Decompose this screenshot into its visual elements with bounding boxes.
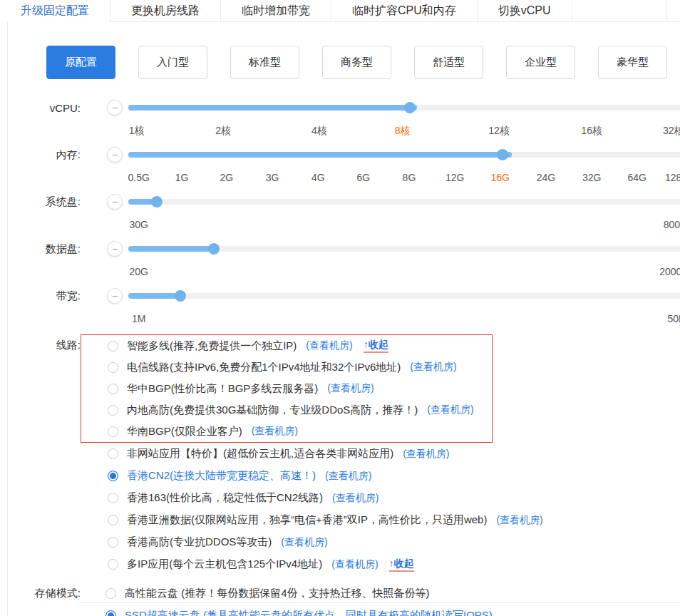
- config-panel: 原配置 入门型 标准型 商务型 舒适型 企业型 豪华型 vCPU: −: [7, 22, 680, 616]
- view-datacenter-link[interactable]: (查看机房): [327, 382, 374, 395]
- radio-unchecked[interactable]: [108, 384, 118, 394]
- minus-icon[interactable]: −: [107, 147, 123, 163]
- preset-business[interactable]: 商务型: [322, 46, 391, 79]
- memory-slider[interactable]: [128, 149, 680, 160]
- preset-button-group: 原配置 入门型 标准型 商务型 舒适型 企业型 豪华型: [46, 46, 680, 79]
- line-option-smart-multiline[interactable]: 智能多线(推荐,免费提供一个独立IP) (查看机房) ↑收起: [108, 335, 492, 356]
- preset-luxury[interactable]: 豪华型: [598, 46, 667, 79]
- radio-unchecked[interactable]: [105, 588, 116, 599]
- radio-unchecked[interactable]: [108, 515, 118, 525]
- storage-option-high-performance[interactable]: 高性能云盘 (推荐！每份数据保留4份，支持热迁移、快照备份等): [105, 582, 680, 605]
- bandwidth-slider-handle[interactable]: [175, 290, 186, 302]
- view-datacenter-link[interactable]: (查看机房): [281, 536, 327, 549]
- minus-icon[interactable]: −: [107, 100, 123, 115]
- tick-label: 1M: [132, 313, 145, 324]
- view-datacenter-link[interactable]: (查看机房): [332, 492, 378, 505]
- minus-icon[interactable]: −: [107, 194, 123, 210]
- line-option-telecom[interactable]: 电信线路(支持IPv6,免费分配1个IPv4地址和32个IPv6地址) (查看机…: [108, 356, 492, 378]
- system-disk-slider-block: 系统盘: − 30G 800G: [32, 190, 680, 237]
- collapse-link[interactable]: ↑收起: [364, 339, 388, 353]
- tick-label: 800G: [664, 219, 680, 230]
- bandwidth-ticks: 1M 50M: [128, 308, 680, 331]
- vcpu-slider-handle[interactable]: [404, 102, 416, 113]
- radio-unchecked[interactable]: [108, 493, 118, 503]
- option-label: 香港163(性价比高，稳定性低于CN2线路): [127, 491, 323, 505]
- tick-label: 3G: [266, 172, 279, 183]
- system-disk-label: 系统盘:: [32, 195, 81, 209]
- tick-label: 128G: [665, 172, 680, 183]
- upgrade-config-page: 升级固定配置 更换机房线路 临时增加带宽 临时扩容CPU和内存 切换vCPU 原…: [0, 0, 680, 616]
- view-datacenter-link[interactable]: (查看机房): [496, 514, 542, 527]
- preset-comfort[interactable]: 舒适型: [414, 46, 483, 79]
- view-datacenter-link[interactable]: (查看机房): [427, 404, 473, 416]
- preset-standard[interactable]: 标准型: [230, 46, 299, 79]
- preset-entry[interactable]: 入门型: [138, 46, 207, 79]
- memory-slider-block: 内存: − 0.5G 1G 2G 3G 4G 6G 8G 12G 1: [32, 143, 680, 190]
- tab-temp-expand-cpu-memory[interactable]: 临时扩容CPU和内存: [331, 0, 478, 21]
- tab-upgrade-fixed-config[interactable]: 升级固定配置: [0, 0, 110, 21]
- radio-unchecked[interactable]: [108, 341, 118, 351]
- tick-label: 12核: [488, 125, 510, 138]
- tick-label: 32G: [582, 172, 601, 183]
- line-option-mainland-highdef[interactable]: 内地高防(免费提供30G基础防御，专业级DDoS高防，推荐！) (查看机房): [108, 399, 492, 421]
- bandwidth-label: 带宽:: [32, 289, 81, 303]
- tab-switch-vcpu[interactable]: 切换vCPU: [478, 0, 572, 21]
- tick-label-selected: 8核: [395, 125, 411, 138]
- bandwidth-slider-block: 带宽: − 1M 50M: [32, 284, 680, 331]
- radio-unchecked[interactable]: [108, 537, 118, 548]
- tab-temp-add-bandwidth[interactable]: 临时增加带宽: [221, 0, 331, 21]
- data-disk-slider[interactable]: [128, 243, 680, 255]
- radio-unchecked[interactable]: [108, 559, 118, 570]
- view-datacenter-link[interactable]: (查看机房): [403, 448, 449, 461]
- radio-unchecked[interactable]: [108, 362, 118, 373]
- line-option-hk-cn2[interactable]: 香港CN2(连接大陆带宽更稳定、高速！) (查看机房): [108, 465, 680, 487]
- vcpu-label: vCPU:: [32, 102, 81, 114]
- preset-original-config[interactable]: 原配置: [46, 46, 115, 79]
- slider-group: vCPU: − 1核 2核 4核 8核 12核 16核 32核: [32, 96, 680, 331]
- option-label-selected: SSD超高速云盘 (兼具高性能云盘的所有优点，同时具有极高的随机读写IOPS): [125, 609, 493, 616]
- radio-unchecked[interactable]: [108, 448, 118, 459]
- storage-mode-label: 存储模式:: [32, 582, 81, 604]
- tick-label: 50M: [668, 313, 680, 324]
- memory-slider-handle[interactable]: [497, 149, 508, 160]
- line-section: 线路: 智能多线(推荐,免费提供一个独立IP) (查看机房) ↑收起 电信线路(…: [32, 334, 680, 575]
- tab-change-datacenter-line[interactable]: 更换机房线路: [110, 0, 221, 21]
- data-disk-slider-handle[interactable]: [208, 243, 220, 255]
- line-option-central-bgp[interactable]: 华中BGP(性价比高！BGP多线云服务器) (查看机房): [108, 378, 492, 399]
- line-option-multi-ip[interactable]: 多IP应用(每个云主机包含125个IPv4地址) (查看机房) ↑收起: [108, 553, 680, 575]
- view-datacenter-link[interactable]: (查看机房): [306, 339, 352, 352]
- line-option-hk-highdef[interactable]: 香港高防(专业抗DDOS等攻击) (查看机房): [108, 531, 680, 553]
- view-datacenter-link[interactable]: (查看机房): [331, 558, 378, 571]
- option-label: 电信线路(支持IPv6,免费分配1个IPv4地址和32个IPv6地址): [127, 361, 401, 374]
- tick-label: 20G: [129, 266, 148, 277]
- minus-icon[interactable]: −: [107, 241, 123, 257]
- radio-unchecked[interactable]: [108, 426, 118, 437]
- tick-label: 32核: [663, 125, 680, 138]
- minus-icon[interactable]: −: [107, 288, 123, 304]
- line-option-hk-asia-data[interactable]: 香港亚洲数据(仅限网站应用，独享“电信+香港”双IP，高性价比，只适用web) …: [108, 509, 680, 531]
- storage-option-ssd[interactable]: SSD超高速云盘 (兼具高性能云盘的所有优点，同时具有极高的随机读写IOPS): [105, 605, 680, 616]
- tick-label: 4核: [311, 125, 327, 138]
- tick-label: 16核: [581, 125, 602, 138]
- view-datacenter-link[interactable]: (查看机房): [410, 361, 456, 374]
- system-disk-slider-handle[interactable]: [151, 196, 163, 207]
- view-datacenter-link[interactable]: (查看机房): [325, 470, 371, 483]
- tab-bar: 升级固定配置 更换机房线路 临时增加带宽 临时扩容CPU和内存 切换vCPU: [0, 0, 680, 22]
- line-option-hk-163[interactable]: 香港163(性价比高，稳定性低于CN2线路) (查看机房): [108, 487, 680, 509]
- tick-label: 2G: [220, 172, 233, 183]
- system-disk-slider[interactable]: [128, 196, 680, 207]
- radio-unchecked[interactable]: [108, 405, 118, 416]
- line-option-south-bgp[interactable]: 华南BGP(仅限企业客户) (查看机房): [108, 421, 492, 442]
- system-disk-ticks: 30G 800G: [128, 214, 680, 237]
- collapse-link[interactable]: ↑收起: [389, 558, 414, 572]
- radio-checked[interactable]: [108, 471, 118, 481]
- vcpu-slider[interactable]: [128, 102, 680, 113]
- tick-label: 12G: [445, 172, 464, 183]
- bandwidth-slider[interactable]: [128, 290, 680, 302]
- radio-checked[interactable]: [105, 610, 116, 616]
- preset-enterprise[interactable]: 企业型: [506, 46, 575, 79]
- view-datacenter-link[interactable]: (查看机房): [252, 425, 298, 438]
- tick-label-selected: 16G: [490, 172, 509, 183]
- data-disk-slider-block: 数据盘: − 20G 2000G: [32, 237, 680, 284]
- line-option-non-website[interactable]: 非网站应用【特价】(超低价云主机,适合各类非网站应用) (查看机房): [108, 443, 680, 465]
